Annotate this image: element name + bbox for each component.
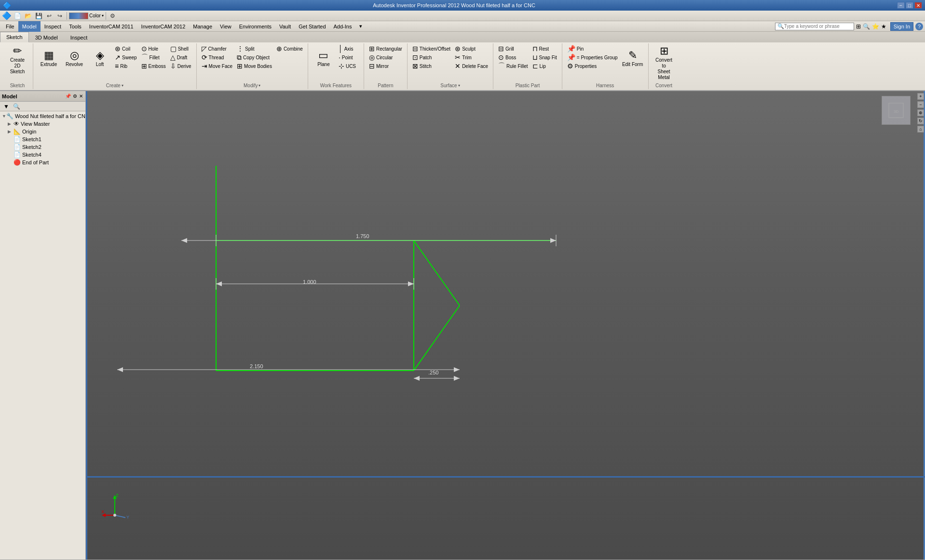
model-filter-button[interactable]: ▼ [2,103,11,110]
grill-button[interactable]: ⊟ Grill [496,44,530,53]
move-bodies-button[interactable]: ⊞ Move Bodies [235,62,274,70]
move-face-button[interactable]: ⇥ Move Face [200,62,234,70]
qa-save-button[interactable]: 💾 [34,12,43,20]
maximize-button[interactable]: □ [906,2,913,9]
toolbar-btn-3[interactable]: ⭐ [872,23,879,30]
copy-object-button[interactable]: ⧉ Copy Object [235,53,274,62]
qa-settings-button[interactable]: ⚙ [108,12,118,20]
menu-environments[interactable]: Environments [235,21,275,32]
derive-button[interactable]: ⇩ Derive [168,62,193,70]
ucs-button[interactable]: ⊹ UCS [337,62,361,70]
mirror-button[interactable]: ⊟ Mirror [367,62,404,70]
help-button[interactable]: ? [915,23,923,30]
panel-settings-button[interactable]: ⚙ [72,93,78,99]
menu-manage[interactable]: Manage [189,21,216,32]
toolbar-btn-4[interactable]: ★ [881,23,886,30]
circular-button[interactable]: ◎ Circular [367,53,404,62]
plane-button[interactable]: ▭ Plane [311,44,336,73]
tab-inspect[interactable]: Inspect [64,32,94,42]
menu-view[interactable]: View [216,21,235,32]
tree-item-sketch2[interactable]: 📄 Sketch2 [7,143,84,151]
snap-fit-button[interactable]: ⊔ Snap Fit [531,53,559,62]
rectangular-button[interactable]: ⊞ Rectangular [367,44,404,53]
tab-3d-model[interactable]: 3D Model [29,32,64,42]
rest-button[interactable]: ⊓ Rest [531,44,559,53]
revolve-button[interactable]: ◎ Revolve [62,44,87,73]
panel-pin-button[interactable]: 📌 [65,93,71,99]
panel-close-button[interactable]: ✕ [79,93,83,99]
coil-button[interactable]: ⊛ Coil [113,44,139,53]
minimize-button[interactable]: − [897,2,905,9]
menu-inspect[interactable]: Inspect [41,21,65,32]
toolbar-btn-2[interactable]: 🔍 [863,23,870,30]
properties-button[interactable]: ⚙ Properties [565,62,620,70]
menu-inventorcam2011[interactable]: InventorCAM 2011 [85,21,137,32]
menu-get-started[interactable]: Get Started [295,21,329,32]
tree-item-origin[interactable]: ▶ 📐 Origin [7,128,84,135]
tree-item-sketch1[interactable]: 📄 Sketch1 [7,135,84,143]
color-selector[interactable]: Color ▾ [69,13,104,19]
menu-inventorcam2012[interactable]: InventorCAM 2012 [137,21,190,32]
fillet-button[interactable]: ⌒ Fillet [139,53,168,62]
sign-in-button[interactable]: Sign In [890,22,913,31]
sketch-svg [86,91,925,560]
convert-to-sheet-metal-button[interactable]: ⊞ Convert toSheet Metal [652,44,677,82]
menu-dropdown[interactable]: ▾ [355,21,366,32]
lip-button[interactable]: ⊏ Lip [531,62,559,70]
tree-item-view-master[interactable]: ▶ 👁 View Master [7,120,84,128]
chamfer-button[interactable]: ◸ Chamfer [200,44,234,53]
trim-button[interactable]: ✂ Trim [453,53,490,62]
tree-expander: ▶ [8,121,14,126]
draft-button[interactable]: △ Draft [168,53,193,62]
nav-pan-button[interactable]: ⊕ [917,109,924,116]
rib-button[interactable]: ≡ Rib [113,62,139,70]
tree-item-end-of-part[interactable]: 🔴 End of Part [7,159,84,166]
menu-add-ins[interactable]: Add-Ins [330,21,356,32]
stitch-button[interactable]: ⊠ Stitch [410,62,452,70]
split-button[interactable]: ⋮ Split [235,44,274,53]
qa-undo-button[interactable]: ↩ [44,12,54,20]
axis-button[interactable]: │ Axis [337,44,361,53]
rule-fillet-button[interactable]: ⌒ Rule Fillet [496,62,530,70]
qa-open-button[interactable]: 📂 [23,12,33,20]
shell-button[interactable]: ▢ Shell [168,44,193,53]
nav-home-button[interactable]: ⌂ [917,126,924,133]
menu-file[interactable]: File [2,21,18,32]
nav-zoom-out-button[interactable]: − [917,101,924,108]
viewcube[interactable]: 3D [882,96,911,125]
qa-new-button[interactable]: 📄 [13,12,22,20]
boss-button[interactable]: ⊙ Boss [496,53,530,62]
search-input[interactable] [784,24,852,29]
pin-button[interactable]: 📌 Pin [565,44,620,53]
nav-zoom-in-button[interactable]: + [917,93,924,100]
tree-item-sketch4[interactable]: 📄 Sketch4 [7,151,84,159]
create-small-buttons2: ⊙ Hole ⌒ Fillet ⊞ Emboss [139,44,168,70]
thicken-offset-button[interactable]: ⊟ Thicken/Offset [410,44,452,53]
edit-form-button[interactable]: ✎ Edit Form [620,44,645,73]
create-2d-sketch-button[interactable]: ✏ Create2D Sketch [5,44,30,76]
menu-tools[interactable]: Tools [65,21,85,32]
tab-sketch[interactable]: Sketch [0,32,29,42]
sweep-button[interactable]: ↗ Sweep [113,53,139,62]
combine-button[interactable]: ⊕ Combine [274,44,305,53]
pin-group-button[interactable]: 📌 = Properties Group [565,53,620,62]
tree-item-root[interactable]: ▼ 🔧 Wood Nut fileted half a for CNC [1,112,84,120]
delete-face-button[interactable]: ✕ Delete Face [453,62,490,70]
model-search-button[interactable]: 🔍 [12,103,22,110]
patch-button[interactable]: ⊡ Patch [410,53,452,62]
model-toolbar: ▼ 🔍 [0,102,85,111]
emboss-button[interactable]: ⊞ Emboss [139,62,168,70]
sculpt-button[interactable]: ⊛ Sculpt [453,44,490,53]
close-button[interactable]: ✕ [914,2,922,9]
menu-model[interactable]: Model [18,21,41,32]
qa-redo-button[interactable]: ↪ [55,12,65,20]
extrude-button[interactable]: ▦ Extrude [36,44,61,73]
menu-vault[interactable]: Vault [275,21,295,32]
nav-orbit-button[interactable]: ↻ [917,118,924,124]
viewport[interactable]: 1.750 1.000 2.150 .250 3D + − ⊕ ↻ ⌂ Z [86,91,925,560]
loft-button[interactable]: ◈ Loft [87,44,112,73]
hole-button[interactable]: ⊙ Hole [139,44,168,53]
toolbar-btn-1[interactable]: ⊞ [856,23,861,30]
thread-button[interactable]: ⟳ Thread [200,53,234,62]
point-button[interactable]: · Point [337,53,361,62]
